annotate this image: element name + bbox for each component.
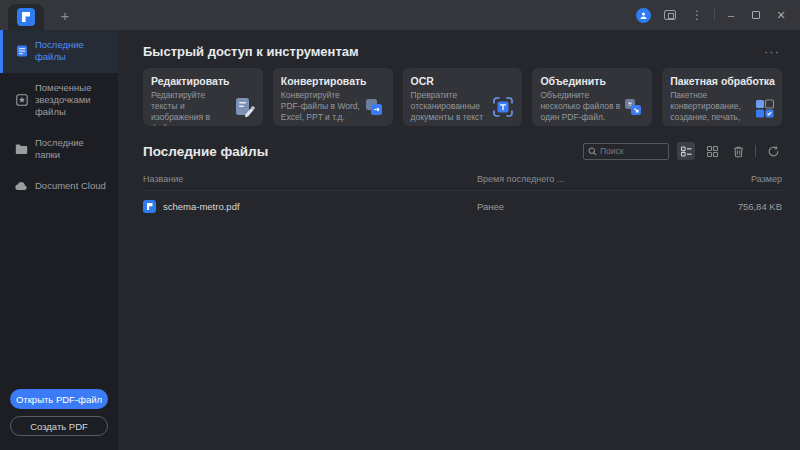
tool-card-batch[interactable]: Пакетная обработка Пакетное конвертирова… [662,68,782,126]
sidebar-item-recent-folders[interactable]: Последние папки [0,128,118,171]
folder-icon [15,143,28,156]
tool-card-title: Редактировать [151,75,255,87]
trash-icon [732,145,745,158]
close-button[interactable]: ✕ [772,6,790,24]
batch-process-icon [751,95,775,119]
cloud-icon [15,179,28,192]
search-input[interactable] [600,146,660,156]
tool-card-desc: Превратите отсканированные документы в т… [411,90,492,126]
tool-card-title: Пакетная обработка [670,75,774,87]
grid-view-button[interactable] [703,142,721,160]
star-icon [15,94,28,107]
sidebar-item-label: Document Cloud [35,180,106,192]
tool-card-ocr[interactable]: OCR Превратите отсканированные документы… [403,68,523,126]
tool-card-desc: Объедините несколько файлов в один PDF-ф… [540,90,621,123]
list-view-button[interactable] [677,142,695,160]
feedback-icon [664,10,676,20]
tab-current-document[interactable] [8,4,44,30]
sidebar-item-label: Помеченные звездочками файлы [35,82,110,119]
tool-card-desc: Редактируйте тексты и изображения в файл… [151,90,232,126]
delete-button[interactable] [729,142,747,160]
quick-access-cards: Редактировать Редактируйте тексты и изоб… [143,68,782,126]
sidebar-item-document-cloud[interactable]: Document Cloud [0,170,118,201]
maximize-button[interactable] [747,6,765,24]
convert-icon [362,95,386,119]
toolbar-separator [755,145,756,157]
sidebar: Последние файлы Помеченные звездочками ф… [0,30,118,450]
recent-files-title: Последние файлы [143,144,268,159]
open-pdf-button[interactable]: Открыть PDF-файл [10,389,108,409]
new-tab-button[interactable]: + [54,4,76,26]
more-menu-button[interactable]: ⋮ [687,5,707,25]
app-logo-icon [17,8,35,26]
column-header-name[interactable]: Название [143,174,477,184]
file-time: Ранее [477,201,692,212]
minimize-button[interactable]: – [722,6,740,24]
edit-document-icon [232,95,256,119]
pdf-file-icon [143,200,156,213]
titlebar-separator [714,9,715,21]
ocr-scan-icon [491,95,515,119]
feedback-button[interactable] [660,5,680,25]
table-row[interactable]: schema-metro.pdf Ранее 756,84 KB [143,191,782,222]
titlebar: + ⋮ – ✕ [0,0,800,30]
sidebar-item-label: Последние папки [35,137,110,162]
tool-card-title: Объединить [540,75,644,87]
refresh-icon [767,145,780,158]
create-pdf-button[interactable]: Создать PDF [10,416,108,436]
recent-file-icon [15,45,28,58]
quick-access-title: Быстрый доступ к инструментам [143,44,359,59]
tool-card-title: OCR [411,75,515,87]
sidebar-item-recent-files[interactable]: Последние файлы [0,30,118,73]
column-header-time[interactable]: Время последнего ... [477,174,692,184]
maximize-icon [752,11,760,19]
sidebar-item-starred-files[interactable]: Помеченные звездочками файлы [0,73,118,128]
account-avatar[interactable] [633,5,653,25]
quick-access-more-button[interactable]: ··· [762,44,782,59]
search-box[interactable] [583,143,669,160]
grid-view-icon [706,145,719,158]
tool-card-convert[interactable]: Конвертировать Конвертируйте PDF-файлы в… [273,68,393,126]
merge-icon [621,95,645,119]
main-content: Быстрый доступ к инструментам ··· Редакт… [118,30,800,450]
tool-card-desc: Конвертируйте PDF-файлы в Word, Excel, P… [281,90,362,123]
sidebar-item-label: Последние файлы [35,39,110,64]
tool-card-merge[interactable]: Объединить Объедините несколько файлов в… [532,68,652,126]
tool-card-desc: Пакетное конвертирование, создание, печа… [670,90,751,126]
tool-card-edit[interactable]: Редактировать Редактируйте тексты и изоб… [143,68,263,126]
search-icon [588,147,597,156]
column-header-size[interactable]: Размер [692,174,782,184]
file-name: schema-metro.pdf [163,201,240,212]
user-avatar-icon [636,8,651,23]
table-header: Название Время последнего ... Размер [143,174,782,191]
tool-card-title: Конвертировать [281,75,385,87]
list-view-icon [680,145,693,158]
file-size: 756,84 KB [692,201,782,212]
refresh-button[interactable] [764,142,782,160]
